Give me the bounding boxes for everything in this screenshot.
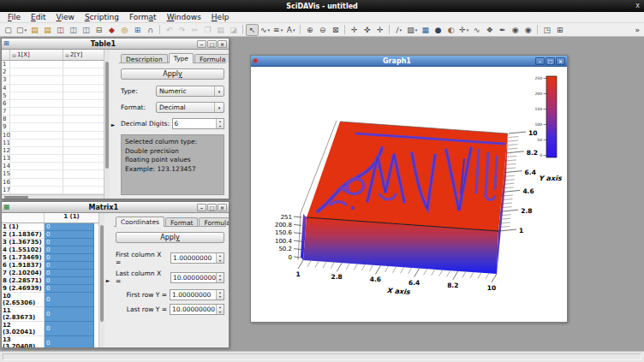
plot-pie-icon[interactable]: ●	[432, 24, 444, 36]
spin-down-icon[interactable]: ▾	[217, 124, 224, 129]
coordinate-spinner[interactable]: 1.00000000▴▾	[170, 289, 224, 300]
cell-x[interactable]	[10, 68, 63, 76]
graph1-close-button[interactable]: ×	[556, 57, 565, 65]
lock-toolbars-icon[interactable]: ∩	[144, 24, 157, 36]
redo-icon[interactable]: ↷	[176, 24, 188, 36]
matrix-row-header[interactable]: 8 (2.28571)	[2, 277, 45, 285]
menu-view[interactable]: View	[51, 12, 80, 22]
toolbar-overflow-icon[interactable]: »	[632, 26, 642, 34]
zoom-out-icon[interactable]: ⊖	[316, 24, 329, 36]
menu-edit[interactable]: Edit	[26, 12, 51, 22]
plot-wand-icon[interactable]: ∿	[470, 24, 483, 36]
cell-x[interactable]	[10, 147, 63, 155]
project-explorer-icon[interactable]: ⊞	[131, 24, 144, 36]
cell-x[interactable]	[10, 123, 63, 131]
row-number[interactable]: 12	[2, 147, 10, 155]
row-number[interactable]: 1	[2, 61, 10, 68]
cell-y[interactable]	[63, 187, 104, 194]
tab-type[interactable]: Type	[169, 53, 194, 63]
row-number[interactable]: 9	[2, 123, 10, 131]
row-number[interactable]: 5	[2, 92, 10, 100]
scroll-thumb[interactable]	[105, 62, 109, 169]
cell-y[interactable]	[63, 170, 104, 178]
row-number[interactable]: 10	[2, 132, 10, 139]
cell-y[interactable]	[63, 108, 104, 116]
row-number[interactable]: 11	[2, 139, 10, 147]
menu-file[interactable]: File	[3, 12, 26, 22]
collapse-arrow-icon[interactable]: ►	[106, 277, 110, 283]
matrix1-corner-cell[interactable]	[2, 213, 45, 223]
undo-icon[interactable]: ↶	[163, 24, 176, 36]
row-number[interactable]: 7	[2, 108, 10, 116]
cell-x[interactable]	[10, 155, 63, 163]
app-titlebar[interactable]: SciDAVis - untitled x	[0, 0, 644, 12]
tab-coordinates[interactable]: Coordinates	[116, 217, 164, 227]
cell-y[interactable]	[63, 92, 104, 100]
chevron-down-icon[interactable]: ▾	[214, 103, 224, 112]
cell-x[interactable]	[10, 116, 63, 123]
graph1-minimize-button[interactable]: –	[535, 57, 545, 65]
matrix1-minimize-button[interactable]: –	[197, 204, 206, 211]
matrix-row-header[interactable]: 5 (1.73469)	[2, 254, 45, 262]
matrix1-maximize-button[interactable]: □	[207, 204, 217, 211]
cell-y[interactable]	[63, 85, 104, 92]
row-number[interactable]: 14	[2, 163, 10, 170]
graph1-titlebar[interactable]: ◉ Graph1 – □ ×	[251, 56, 567, 67]
table1-minimize-button[interactable]: –	[197, 40, 206, 48]
coordinate-spinner[interactable]: 10.00000000▴▾	[170, 304, 224, 315]
menu-windows[interactable]: Windows	[162, 12, 206, 22]
matrix1-close-button[interactable]: ×	[218, 204, 227, 211]
row-number[interactable]: 2	[2, 68, 10, 76]
matrix-cell[interactable]: 0	[45, 307, 94, 322]
cut-icon[interactable]: ✂	[188, 24, 201, 36]
scroll-thumb[interactable]	[4, 196, 28, 199]
matrix-cell[interactable]: 0	[45, 231, 94, 239]
zoom-in-icon[interactable]: ⊕	[303, 24, 316, 36]
matrix-cell[interactable]: 0	[45, 270, 94, 277]
cell-y[interactable]	[63, 61, 104, 68]
tab-description[interactable]: Description	[121, 54, 168, 62]
plot-chart-icon[interactable]: ▦	[419, 24, 432, 36]
graph1-maximize-button[interactable]: □	[546, 57, 555, 65]
cell-x[interactable]	[10, 187, 63, 194]
tab-formula[interactable]: Formula	[199, 217, 229, 226]
matrix-row-header[interactable]: 3 (1.36735)	[2, 239, 45, 246]
matrix-cell[interactable]: 0	[45, 293, 94, 307]
matrix-row-header[interactable]: 12 (3.02041)	[2, 322, 45, 336]
matrix-row-header[interactable]: 4 (1.55102)	[2, 246, 45, 254]
format-dropdown[interactable]: Decimal ▾	[156, 102, 224, 113]
save-as-icon[interactable]: ◫	[67, 24, 80, 36]
matrix1-vscrollbar[interactable]	[98, 213, 104, 347]
cell-y[interactable]	[63, 179, 104, 187]
cell-x[interactable]	[10, 61, 63, 68]
matrix-row-header[interactable]: 10 (2.65306)	[2, 293, 45, 307]
cell-x[interactable]	[10, 132, 63, 139]
cell-y[interactable]	[63, 155, 104, 163]
matrix-row-header[interactable]: 11 (2.83673)	[2, 307, 45, 322]
spin-down-icon[interactable]: ▾	[217, 310, 224, 315]
cell-x[interactable]	[10, 100, 63, 108]
pointer-icon[interactable]: ↖	[246, 24, 259, 36]
cell-x[interactable]	[10, 76, 63, 84]
cell-x[interactable]	[10, 85, 63, 92]
plot-vectors-icon[interactable]: ◐	[444, 24, 457, 36]
cell-x[interactable]	[10, 92, 63, 100]
spin-down-icon[interactable]: ▾	[217, 277, 224, 282]
row-number[interactable]: 16	[2, 179, 10, 187]
save-template-icon[interactable]: ◫	[80, 24, 92, 36]
type-dropdown[interactable]: Numeric ▾	[156, 86, 224, 97]
cell-y[interactable]	[63, 100, 104, 108]
open-project-icon[interactable]: ▤	[28, 24, 41, 36]
cell-y[interactable]	[63, 116, 104, 123]
move-points-icon[interactable]: ✛	[373, 24, 386, 36]
cell-y[interactable]	[63, 76, 104, 84]
matrix-cell[interactable]: 0	[45, 322, 94, 336]
table1-column-header-y[interactable]: ⊞ 2[Y]	[63, 50, 104, 60]
row-number[interactable]: 8	[2, 116, 10, 123]
row-number[interactable]: 15	[2, 170, 10, 178]
matrix-cell[interactable]: 0	[45, 262, 94, 270]
plot-surface-icon[interactable]: ◉	[509, 24, 522, 36]
table1-maximize-button[interactable]: □	[207, 40, 217, 48]
select-range-icon[interactable]: ≡▾	[271, 24, 284, 36]
paste-icon[interactable]: ▤	[214, 24, 227, 36]
